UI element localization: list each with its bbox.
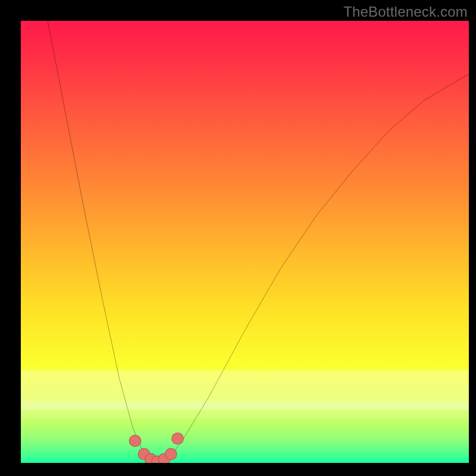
plot-area	[21, 21, 469, 463]
marker-point	[172, 433, 184, 444]
watermark-text: TheBottleneck.com	[343, 4, 468, 20]
bottleneck-curve	[48, 21, 469, 463]
curve-group	[48, 21, 469, 463]
outer-frame: TheBottleneck.com	[0, 0, 476, 476]
marker-point	[165, 448, 177, 459]
marker-point	[129, 435, 141, 446]
marker-group	[129, 433, 183, 463]
chart-svg	[21, 21, 469, 463]
